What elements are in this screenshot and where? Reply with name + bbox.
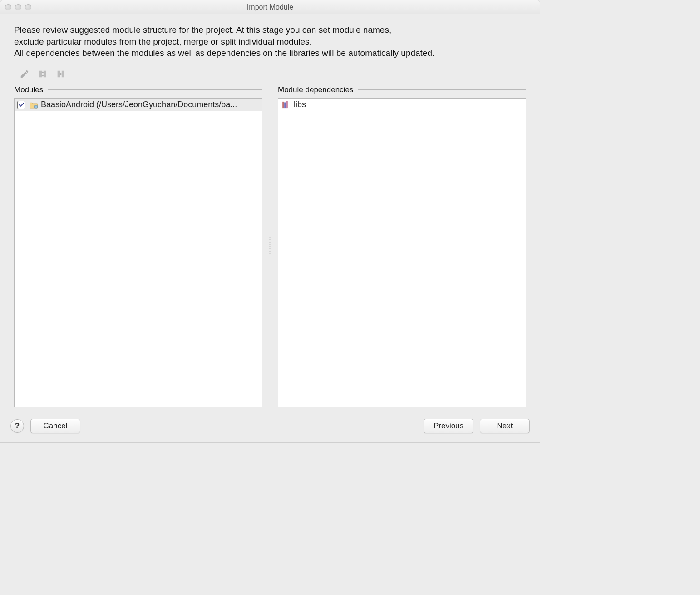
dependency-row[interactable]: libs — [278, 99, 526, 111]
module-row[interactable]: BaasioAndroid (/Users/JeonGyuchan/Docume… — [15, 99, 262, 111]
svg-rect-0 — [35, 105, 38, 108]
description-line: Please review suggested module structure… — [14, 24, 526, 36]
library-icon — [281, 100, 290, 109]
dependencies-header: Module dependencies — [278, 85, 526, 94]
svg-rect-2 — [284, 103, 286, 108]
rename-icon[interactable] — [20, 69, 30, 79]
next-button[interactable]: Next — [480, 419, 530, 433]
module-name: BaasioAndroid (/Users/JeonGyuchan/Docume… — [41, 100, 259, 109]
help-button[interactable]: ? — [10, 419, 24, 433]
description-line: exclude particular modules from the proj… — [14, 36, 526, 48]
module-checkbox[interactable] — [17, 101, 25, 109]
toolbar — [14, 67, 526, 85]
previous-button[interactable]: Previous — [424, 419, 473, 433]
titlebar: Import Module — [0, 0, 540, 14]
description-text: Please review suggested module structure… — [14, 24, 526, 59]
close-icon[interactable] — [5, 4, 11, 10]
svg-rect-3 — [286, 101, 287, 108]
minimize-icon[interactable] — [15, 4, 21, 10]
zoom-icon[interactable] — [25, 4, 31, 10]
traffic-lights — [5, 4, 31, 10]
window-title: Import Module — [0, 3, 540, 11]
dependencies-label: Module dependencies — [278, 85, 358, 94]
merge-module-icon[interactable] — [56, 69, 66, 79]
dependencies-pane: Module dependencies libs — [278, 85, 526, 407]
dialog-window: Import Module Please review suggested mo… — [0, 0, 540, 443]
cancel-button[interactable]: Cancel — [30, 419, 80, 433]
dependencies-list[interactable]: libs — [278, 98, 526, 407]
modules-header: Modules — [14, 85, 262, 94]
panes: Modules BaasioAndroid (/Users/JeonGyucha… — [14, 85, 526, 412]
split-module-icon[interactable] — [38, 69, 48, 79]
modules-label: Modules — [14, 85, 48, 94]
header-divider — [358, 89, 526, 90]
svg-rect-1 — [282, 102, 284, 108]
modules-pane: Modules BaasioAndroid (/Users/JeonGyucha… — [14, 85, 262, 407]
description-line: All dependencies between the modules as … — [14, 47, 526, 59]
splitter[interactable] — [269, 85, 271, 407]
modules-list[interactable]: BaasioAndroid (/Users/JeonGyuchan/Docume… — [14, 98, 262, 407]
header-divider — [48, 89, 262, 90]
dialog-content: Please review suggested module structure… — [0, 14, 540, 412]
folder-icon — [29, 101, 38, 109]
footer: ? Cancel Previous Next — [0, 412, 540, 439]
dependency-name: libs — [294, 100, 523, 109]
grip-icon — [269, 237, 271, 255]
